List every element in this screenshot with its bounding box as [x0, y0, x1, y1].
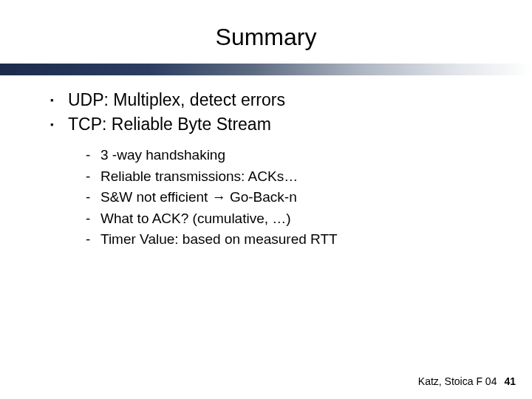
dash-icon: - [86, 145, 100, 166]
bullet-main: ▪ UDP: Multiplex, detect errors [50, 89, 338, 112]
footer-credit: Katz, Stoica F 04 [418, 375, 497, 387]
bullet-text: TCP: Reliable Byte Stream [68, 113, 271, 136]
bullet-sub: - 3 -way handshaking [86, 145, 338, 166]
slide: Summary ▪ UDP: Multiplex, detect errors … [0, 0, 532, 399]
bullet-text: S&W not efficient → Go-Back-n [100, 187, 297, 208]
content-area: ▪ UDP: Multiplex, detect errors ▪ TCP: R… [50, 89, 338, 250]
bullet-sub: - S&W not efficient → Go-Back-n [86, 187, 338, 208]
dash-icon: - [86, 187, 100, 208]
sub-bullet-list: - 3 -way handshaking - Reliable transmis… [86, 145, 338, 250]
bullet-sub: - What to ACK? (cumulative, …) [86, 208, 338, 230]
title-divider [0, 64, 532, 75]
bullet-sub: - Reliable transmissions: ACKs… [86, 166, 338, 188]
page-number: 41 [504, 375, 516, 387]
slide-title: Summary [0, 24, 532, 51]
bullet-text: What to ACK? (cumulative, …) [100, 208, 291, 230]
dash-icon: - [86, 166, 100, 188]
bullet-sub: - Timer Value: based on measured RTT [86, 229, 338, 250]
bullet-main: ▪ TCP: Reliable Byte Stream [50, 113, 338, 136]
footer: Katz, Stoica F 04 41 [418, 375, 516, 387]
bullet-marker-icon: ▪ [50, 113, 68, 132]
bullet-text: Timer Value: based on measured RTT [100, 229, 338, 250]
bullet-marker-icon: ▪ [50, 89, 68, 107]
dash-icon: - [86, 208, 100, 230]
dash-icon: - [86, 229, 100, 250]
bullet-text: Reliable transmissions: ACKs… [100, 166, 298, 188]
bullet-text: UDP: Multiplex, detect errors [68, 89, 285, 112]
bullet-text: 3 -way handshaking [100, 145, 225, 166]
